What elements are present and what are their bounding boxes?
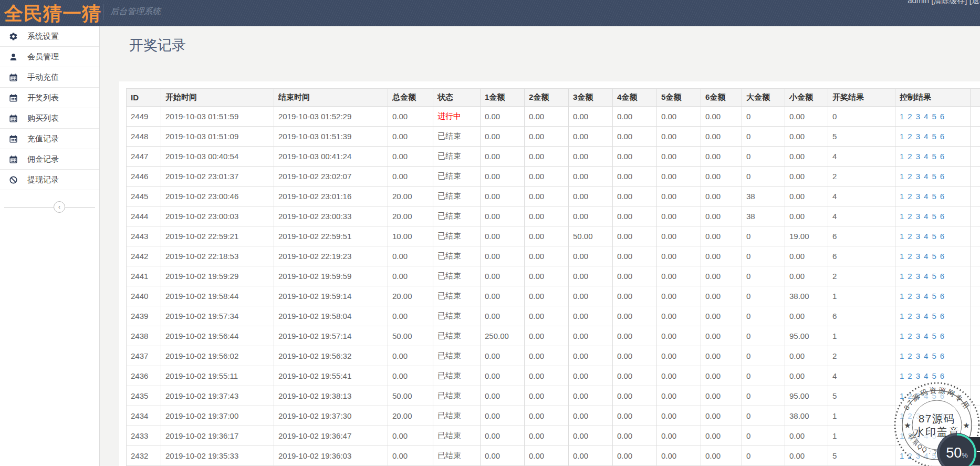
control-link-3[interactable]: 3 — [916, 312, 920, 320]
control-link-1[interactable]: 1 — [900, 172, 904, 181]
control-link-3[interactable]: 3 — [916, 112, 920, 121]
control-link-2[interactable]: 2 — [908, 252, 912, 261]
control-link-1[interactable]: 1 — [900, 332, 904, 340]
control-link-6[interactable]: 6 — [940, 132, 944, 141]
control-link-2[interactable]: 2 — [908, 371, 912, 380]
control-link-1[interactable]: 1 — [900, 232, 904, 241]
control-link-3[interactable]: 3 — [916, 332, 920, 340]
control-link-5[interactable]: 5 — [932, 351, 936, 360]
control-link-2[interactable]: 2 — [908, 312, 912, 320]
control-link-2[interactable]: 2 — [908, 152, 912, 161]
control-link-5[interactable]: 5 — [932, 132, 936, 141]
control-link-2[interactable]: 2 — [908, 431, 912, 440]
control-link-6[interactable]: 6 — [940, 232, 944, 241]
control-link-4[interactable]: 4 — [924, 212, 928, 221]
control-link-4[interactable]: 4 — [924, 192, 928, 201]
sidebar-item-6[interactable]: 充值记录 — [0, 129, 99, 149]
control-link-1[interactable]: 1 — [900, 411, 904, 420]
control-link-2[interactable]: 2 — [908, 172, 912, 181]
control-link-4[interactable]: 4 — [924, 152, 928, 161]
control-link-4[interactable]: 4 — [924, 312, 928, 320]
control-link-2[interactable]: 2 — [908, 212, 912, 221]
control-link-3[interactable]: 3 — [916, 292, 920, 301]
control-link-6[interactable]: 6 — [940, 351, 944, 360]
control-link-5[interactable]: 5 — [932, 292, 936, 301]
sidebar-item-1[interactable]: 系统设置 — [0, 26, 99, 47]
control-link-2[interactable]: 2 — [908, 411, 912, 420]
control-link-5[interactable]: 5 — [932, 112, 936, 121]
control-link-1[interactable]: 1 — [900, 212, 904, 221]
control-link-1[interactable]: 1 — [900, 192, 904, 201]
control-link-4[interactable]: 4 — [924, 451, 928, 460]
control-link-2[interactable]: 2 — [908, 232, 912, 241]
control-link-1[interactable]: 1 — [900, 272, 904, 281]
control-link-3[interactable]: 3 — [916, 351, 920, 360]
control-link-1[interactable]: 1 — [900, 312, 904, 320]
control-link-4[interactable]: 4 — [924, 232, 928, 241]
control-link-2[interactable]: 2 — [908, 272, 912, 281]
control-link-5[interactable]: 5 — [932, 172, 936, 181]
control-link-3[interactable]: 3 — [916, 272, 920, 281]
control-link-1[interactable]: 1 — [900, 112, 904, 121]
control-link-4[interactable]: 4 — [924, 371, 928, 380]
control-link-6[interactable]: 6 — [940, 411, 944, 420]
control-link-3[interactable]: 3 — [916, 192, 920, 201]
control-link-1[interactable]: 1 — [900, 371, 904, 380]
control-link-3[interactable]: 3 — [916, 451, 920, 460]
control-link-6[interactable]: 6 — [940, 192, 944, 201]
control-link-6[interactable]: 6 — [940, 391, 944, 400]
control-link-2[interactable]: 2 — [908, 332, 912, 340]
admin-links[interactable]: admin [清除缓存] [退出] — [908, 0, 980, 6]
sidebar-item-4[interactable]: 开奖列表 — [0, 88, 99, 108]
control-link-2[interactable]: 2 — [908, 451, 912, 460]
control-link-4[interactable]: 4 — [924, 172, 928, 181]
control-link-5[interactable]: 5 — [932, 332, 936, 340]
control-link-6[interactable]: 6 — [940, 152, 944, 161]
control-link-3[interactable]: 3 — [916, 371, 920, 380]
control-link-4[interactable]: 4 — [924, 112, 928, 121]
control-link-4[interactable]: 4 — [924, 292, 928, 301]
control-link-3[interactable]: 3 — [916, 252, 920, 261]
control-link-6[interactable]: 6 — [940, 292, 944, 301]
control-link-6[interactable]: 6 — [940, 172, 944, 181]
control-link-5[interactable]: 5 — [932, 252, 936, 261]
control-link-6[interactable]: 6 — [940, 312, 944, 320]
control-link-3[interactable]: 3 — [916, 152, 920, 161]
control-link-6[interactable]: 6 — [940, 212, 944, 221]
control-link-1[interactable]: 1 — [900, 252, 904, 261]
control-link-1[interactable]: 1 — [900, 431, 904, 440]
sidebar-item-8[interactable]: 提现记录 — [0, 170, 99, 190]
control-link-2[interactable]: 2 — [908, 391, 912, 400]
control-link-3[interactable]: 3 — [916, 232, 920, 241]
control-link-6[interactable]: 6 — [940, 272, 944, 281]
control-link-4[interactable]: 4 — [924, 431, 928, 440]
control-link-5[interactable]: 5 — [932, 152, 936, 161]
control-link-4[interactable]: 4 — [924, 351, 928, 360]
sidebar-item-2[interactable]: 会员管理 — [0, 47, 99, 67]
control-link-1[interactable]: 1 — [900, 132, 904, 141]
control-link-3[interactable]: 3 — [916, 212, 920, 221]
control-link-2[interactable]: 2 — [908, 132, 912, 141]
control-link-5[interactable]: 5 — [932, 232, 936, 241]
control-link-2[interactable]: 2 — [908, 192, 912, 201]
control-link-4[interactable]: 4 — [924, 411, 928, 420]
control-link-2[interactable]: 2 — [908, 292, 912, 301]
control-link-6[interactable]: 6 — [940, 252, 944, 261]
control-link-5[interactable]: 5 — [932, 391, 936, 400]
control-link-1[interactable]: 1 — [900, 351, 904, 360]
control-link-5[interactable]: 5 — [932, 192, 936, 201]
control-link-5[interactable]: 5 — [932, 312, 936, 320]
control-link-3[interactable]: 3 — [916, 431, 920, 440]
control-link-5[interactable]: 5 — [932, 272, 936, 281]
control-link-4[interactable]: 4 — [924, 272, 928, 281]
control-link-1[interactable]: 1 — [900, 292, 904, 301]
control-link-2[interactable]: 2 — [908, 112, 912, 121]
control-link-1[interactable]: 1 — [900, 152, 904, 161]
control-link-4[interactable]: 4 — [924, 132, 928, 141]
control-link-5[interactable]: 5 — [932, 371, 936, 380]
control-link-4[interactable]: 4 — [924, 391, 928, 400]
control-link-1[interactable]: 1 — [900, 391, 904, 400]
control-link-3[interactable]: 3 — [916, 132, 920, 141]
sidebar-item-3[interactable]: 手动充值 — [0, 67, 99, 88]
control-link-6[interactable]: 6 — [940, 332, 944, 340]
